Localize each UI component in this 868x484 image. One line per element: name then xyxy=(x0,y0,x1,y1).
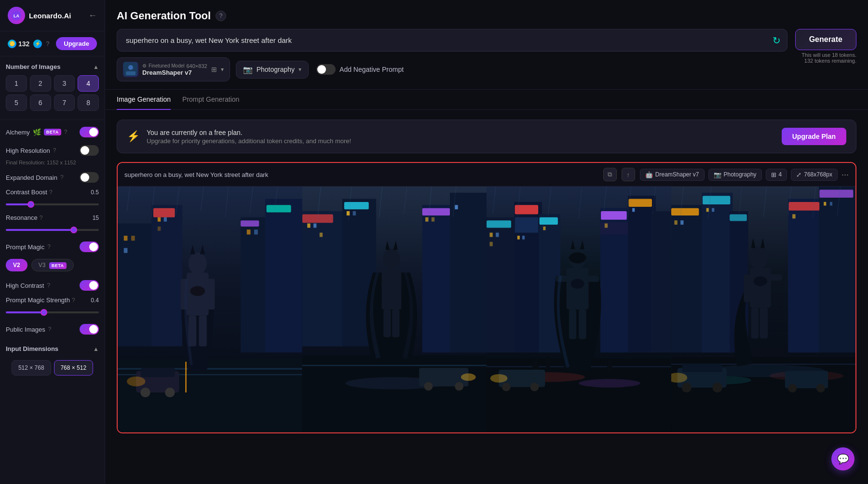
resonance-slider[interactable] xyxy=(6,229,99,231)
svg-rect-146 xyxy=(792,214,795,218)
title-help-icon[interactable]: ? xyxy=(216,11,226,21)
high-resolution-toggle[interactable] xyxy=(80,145,99,156)
neg-prompt-label: Add Negative Prompt xyxy=(339,66,404,73)
pm-strength-slider[interactable] xyxy=(6,311,99,313)
prompt-magic-row: Prompt Magic ? xyxy=(0,238,105,256)
svg-point-113 xyxy=(490,374,508,383)
svg-rect-82 xyxy=(487,217,517,353)
tab-image-generation[interactable]: Image Generation xyxy=(117,90,171,110)
expanded-domain-text: Expanded Domain xyxy=(6,174,57,181)
copy-prompt-btn[interactable]: ⧉ xyxy=(603,168,617,181)
result-image-4[interactable] xyxy=(671,187,856,432)
grid-icon: ⊞ xyxy=(211,66,217,73)
resonance-help-icon[interactable]: ? xyxy=(40,215,43,221)
svg-rect-7 xyxy=(151,205,182,346)
svg-point-161 xyxy=(816,384,825,392)
svg-rect-25 xyxy=(141,368,175,377)
svg-rect-98 xyxy=(517,236,520,240)
prompt-input[interactable] xyxy=(117,29,787,52)
page-title: AI Generation Tool xyxy=(117,10,211,22)
svg-rect-140 xyxy=(819,189,853,198)
svg-point-105 xyxy=(579,379,640,388)
style-name: Photography xyxy=(257,66,295,73)
num-btn-8[interactable]: 8 xyxy=(78,94,99,111)
tab-prompt-generation[interactable]: Prompt Generation xyxy=(182,90,239,110)
model-avatar xyxy=(123,62,138,77)
input-dimensions-chevron[interactable]: ▲ xyxy=(93,346,99,352)
svg-rect-155 xyxy=(682,363,722,372)
contrast-boost-value: 0.5 xyxy=(91,189,99,196)
token-help-icon[interactable]: ? xyxy=(46,40,49,47)
prompt-magic-text: Prompt Magic xyxy=(6,243,44,251)
upgrade-plan-button[interactable]: Upgrade Plan xyxy=(782,128,846,145)
back-icon[interactable]: ← xyxy=(88,11,97,21)
svg-point-156 xyxy=(681,383,691,392)
public-images-toggle[interactable] xyxy=(80,324,99,335)
style-selector[interactable]: 📷 Photography ▾ xyxy=(236,61,309,79)
result-image-1[interactable] xyxy=(118,187,302,432)
alchemy-help-icon[interactable]: ? xyxy=(64,129,68,135)
upload-btn[interactable]: ↑ xyxy=(622,168,635,181)
svg-rect-167 xyxy=(770,274,782,281)
dim-btn-512x768[interactable]: 512 × 768 xyxy=(12,360,51,376)
num-btn-6[interactable]: 6 xyxy=(30,94,51,111)
contrast-boost-help-icon[interactable]: ? xyxy=(49,189,53,196)
pm-strength-value: 0.4 xyxy=(91,297,99,304)
generate-button[interactable]: Generate xyxy=(795,29,856,50)
num-images-chevron[interactable]: ▲ xyxy=(93,64,99,70)
expanded-domain-help-icon[interactable]: ? xyxy=(60,174,64,181)
resonance-label: Resonance ? xyxy=(6,214,42,221)
refresh-icon[interactable]: ↻ xyxy=(773,35,781,46)
num-btn-4[interactable]: 4 xyxy=(78,75,99,92)
svg-rect-16 xyxy=(247,229,251,234)
upgrade-button[interactable]: Upgrade xyxy=(56,37,97,50)
svg-rect-57 xyxy=(431,217,434,222)
result-image-3[interactable] xyxy=(487,187,671,432)
svg-rect-10 xyxy=(124,236,128,241)
result-model-icon: 🤖 xyxy=(645,171,653,178)
num-images-section: Number of Images ▲ 1 2 3 4 5 6 7 8 xyxy=(0,56,105,117)
svg-rect-19 xyxy=(267,205,291,212)
svg-rect-73 xyxy=(383,309,391,337)
high-contrast-toggle[interactable] xyxy=(80,280,99,291)
public-images-label: Public Images ? xyxy=(6,326,51,333)
upgrade-banner: ⚡ You are currently on a free plan. Upgr… xyxy=(117,120,856,153)
num-btn-3[interactable]: 3 xyxy=(54,75,75,92)
version-v3-btn[interactable]: V3 BETA xyxy=(31,259,74,271)
svg-point-29 xyxy=(127,376,145,386)
contrast-boost-label: Contrast Boost ? xyxy=(6,188,53,196)
result-dims-icon: ⤢ xyxy=(796,171,801,178)
more-options-btn[interactable]: ··· xyxy=(841,170,849,180)
contrast-boost-slider[interactable] xyxy=(6,203,99,205)
svg-rect-53 xyxy=(319,233,322,237)
high-contrast-row: High Contrast ? xyxy=(0,276,105,295)
pm-strength-help-icon[interactable]: ? xyxy=(72,297,75,304)
expanded-domain-toggle[interactable] xyxy=(80,172,99,183)
num-btn-7[interactable]: 7 xyxy=(54,94,75,111)
svg-rect-11 xyxy=(131,236,135,241)
svg-point-27 xyxy=(165,388,175,397)
version-v2-btn[interactable]: V2 xyxy=(6,259,27,271)
tokens-use-text: This will use 18 tokens. xyxy=(801,52,856,58)
num-btn-1[interactable]: 1 xyxy=(6,75,27,92)
prompt-magic-toggle[interactable] xyxy=(80,242,99,252)
chat-fab-button[interactable]: 💬 xyxy=(831,447,854,471)
high-contrast-help-icon[interactable]: ? xyxy=(47,282,50,289)
num-btn-2[interactable]: 2 xyxy=(30,75,51,92)
svg-rect-145 xyxy=(712,208,714,212)
tokens-remaining-text: 132 tokens remaining. xyxy=(801,58,856,64)
dim-btn-768x512[interactable]: 768 × 512 xyxy=(54,360,94,376)
svg-rect-114 xyxy=(567,268,589,309)
svg-rect-55 xyxy=(353,211,355,215)
prompt-magic-help-icon[interactable]: ? xyxy=(47,243,51,250)
num-btn-5[interactable]: 5 xyxy=(6,94,27,111)
svg-point-31 xyxy=(189,252,207,274)
high-resolution-help-icon[interactable]: ? xyxy=(53,147,56,154)
neg-prompt-toggle[interactable] xyxy=(316,64,336,75)
svg-rect-102 xyxy=(632,208,635,212)
alchemy-toggle[interactable] xyxy=(80,127,99,137)
pm-strength-header: Prompt Magic Strength ? 0.4 xyxy=(6,296,99,304)
result-image-2[interactable] xyxy=(302,187,487,432)
public-images-help-icon[interactable]: ? xyxy=(48,326,52,333)
model-selector[interactable]: ⚙ Finetuned Model 640×832 DreamShaper v7… xyxy=(117,57,230,81)
